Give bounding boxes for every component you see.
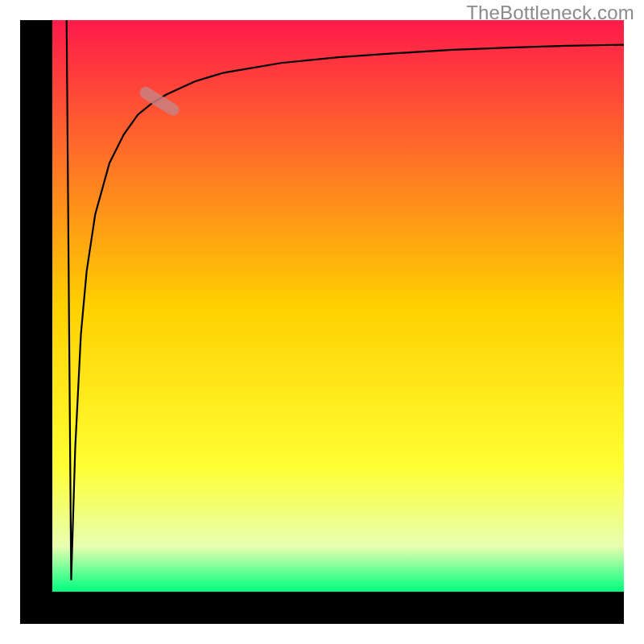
plot-frame <box>20 20 624 624</box>
curve-path <box>67 20 624 580</box>
plot-area <box>52 20 624 592</box>
chart-stage: TheBottleneck.com <box>0 0 644 644</box>
bottleneck-curve <box>52 20 624 592</box>
